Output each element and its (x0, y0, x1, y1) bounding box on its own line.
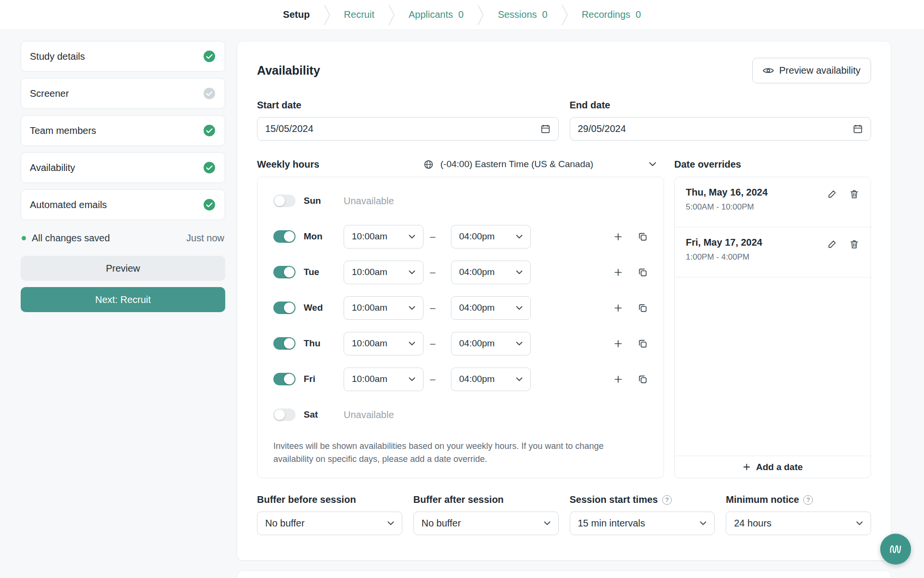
tue-add-interval-button[interactable] (614, 268, 623, 277)
chevron-down-icon (700, 521, 706, 525)
sidebar-item-study-details[interactable]: Study details (21, 41, 225, 72)
brand-fab-button[interactable] (880, 534, 911, 565)
edit-override-button[interactable] (827, 189, 837, 199)
add-date-label: Add a date (756, 462, 803, 473)
tab-setup[interactable]: Setup (283, 9, 310, 20)
preview-button[interactable]: Preview (21, 256, 225, 281)
complete-check-icon (203, 198, 216, 211)
tue-copy-times-button[interactable] (638, 267, 648, 277)
override-actions (827, 187, 859, 218)
sidebar-item-availability[interactable]: Availability (21, 152, 225, 183)
day-label: Thu (304, 338, 334, 349)
fri-add-interval-button[interactable] (614, 375, 623, 384)
session-start-times-select[interactable]: 15 min intervals (570, 512, 715, 535)
help-icon[interactable]: ? (662, 495, 672, 505)
fri-end-time-select[interactable]: 04:00pm (451, 368, 531, 391)
panel-header: Availability Preview availability (257, 58, 871, 83)
chevron-down-icon (649, 162, 656, 167)
end-date-field: End date 29/05/2024 (570, 100, 872, 141)
toggle-knob (284, 338, 295, 349)
sun-toggle[interactable] (273, 195, 295, 207)
timezone-select[interactable]: (-04:00) Eastern Time (US & Canada) (424, 159, 664, 170)
chevron-down-icon (516, 235, 523, 239)
sidebar-item-screener[interactable]: Screener (21, 78, 225, 109)
edit-override-button[interactable] (827, 239, 837, 249)
plus-icon (614, 375, 623, 384)
start-time-value: 10:00am (352, 302, 387, 313)
page-title: Availability (257, 64, 320, 78)
wed-start-time-select[interactable]: 10:00am (344, 296, 424, 320)
tab-applicants[interactable]: Applicants 0 (409, 9, 463, 20)
plus-icon (743, 463, 751, 471)
sidebar-item-team-members[interactable]: Team members (21, 115, 225, 146)
buffer-after-select[interactable]: No buffer (413, 512, 559, 535)
thu-end-time-select[interactable]: 04:00pm (451, 332, 531, 355)
override-actions (827, 237, 859, 268)
end-time-value: 04:00pm (459, 302, 495, 313)
end-date-input[interactable]: 29/05/2024 (570, 117, 872, 141)
thu-copy-times-button[interactable] (638, 339, 648, 349)
add-date-button[interactable]: Add a date (675, 456, 871, 478)
delete-override-button[interactable] (849, 189, 859, 199)
end-time-value: 04:00pm (459, 267, 495, 277)
delete-override-button[interactable] (849, 239, 859, 250)
globe-icon (424, 159, 434, 170)
help-icon[interactable]: ? (803, 495, 813, 505)
sidebar-item-automated-emails[interactable]: Automated emails (21, 189, 225, 220)
save-status-text: All changes saved (32, 233, 110, 244)
minimum-notice-label: Minimum notice (726, 494, 799, 505)
mon-add-interval-button[interactable] (614, 232, 623, 241)
mon-toggle[interactable] (273, 230, 295, 243)
step-label: Study details (30, 51, 85, 62)
preview-availability-button[interactable]: Preview availability (752, 58, 871, 83)
date-overrides-header: Date overrides (674, 158, 871, 171)
override-info: Fri, May 17, 2024 1:00PM - 4:00PM (686, 237, 762, 268)
tab-recordings[interactable]: Recordings 0 (582, 9, 641, 20)
start-time-value: 10:00am (352, 267, 387, 277)
unavailable-text: Unavailable (344, 196, 394, 207)
thu-toggle[interactable] (273, 337, 295, 350)
fri-toggle[interactable] (273, 373, 295, 385)
tue-end-time-select[interactable]: 04:00pm (451, 261, 531, 284)
tue-toggle[interactable] (273, 266, 295, 278)
pencil-icon (827, 239, 837, 249)
chevron-down-icon (409, 270, 415, 275)
start-date-input[interactable]: 15/05/2024 (257, 117, 559, 141)
thu-add-interval-button[interactable] (614, 339, 623, 348)
copy-icon (638, 267, 648, 277)
tab-recruit[interactable]: Recruit (344, 9, 374, 20)
fri-copy-times-button[interactable] (638, 374, 648, 384)
wed-toggle[interactable] (273, 302, 295, 314)
trash-icon (849, 189, 859, 199)
mon-copy-times-button[interactable] (638, 232, 648, 242)
time-range-dash: – (430, 302, 436, 314)
mon-end-time-select[interactable]: 04:00pm (451, 225, 531, 249)
buffer-before-select[interactable]: No buffer (257, 512, 402, 535)
page: Setup Recruit Applicants 0 Sessions 0 Re… (0, 0, 924, 578)
toggle-knob (284, 231, 295, 242)
chevron-down-icon (387, 521, 394, 525)
next-recruit-button[interactable]: Next: Recruit (21, 287, 225, 312)
day-label: Sun (304, 196, 334, 206)
wed-add-interval-button[interactable] (614, 303, 623, 313)
wed-end-time-select[interactable]: 04:00pm (451, 296, 531, 320)
tue-start-time-select[interactable]: 10:00am (344, 261, 424, 284)
complete-check-icon (203, 50, 216, 63)
next-section-card (237, 570, 891, 578)
thu-start-time-select[interactable]: 10:00am (344, 332, 424, 355)
breadcrumb-chevron-icon (388, 4, 395, 26)
sat-toggle[interactable] (273, 408, 295, 421)
toggle-knob (274, 409, 285, 420)
timezone-value: (-04:00) Eastern Time (US & Canada) (440, 159, 593, 170)
weekly-day-row-sat: Sat Unavailable (273, 397, 648, 433)
fri-start-time-select[interactable]: 10:00am (344, 368, 424, 391)
wed-copy-times-button[interactable] (638, 303, 648, 313)
day-label: Mon (304, 231, 334, 242)
chevron-down-icon (409, 306, 415, 310)
saved-indicator-dot (22, 236, 26, 240)
mon-start-time-select[interactable]: 10:00am (344, 225, 424, 249)
minimum-notice-select[interactable]: 24 hours (726, 512, 871, 535)
calendar-icon (540, 124, 551, 134)
tab-sessions[interactable]: Sessions 0 (498, 9, 547, 20)
save-status: All changes saved Just now (22, 233, 224, 244)
